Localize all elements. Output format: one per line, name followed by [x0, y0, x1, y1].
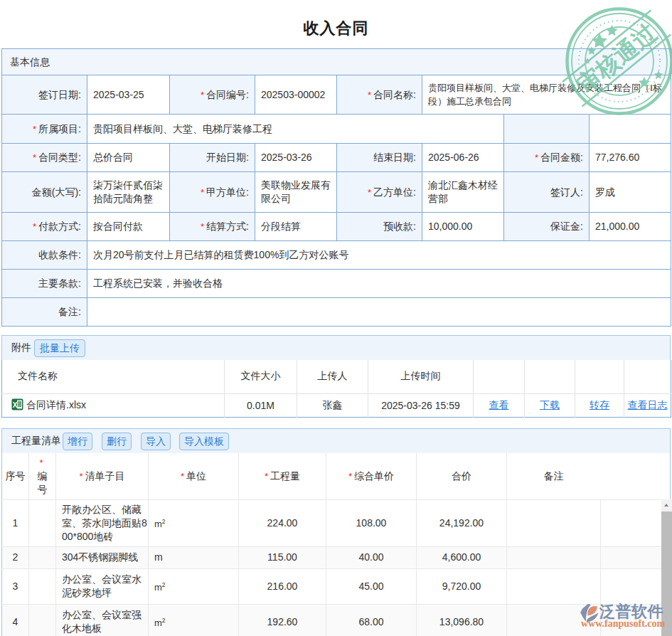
svg-text:X: X — [13, 401, 18, 409]
